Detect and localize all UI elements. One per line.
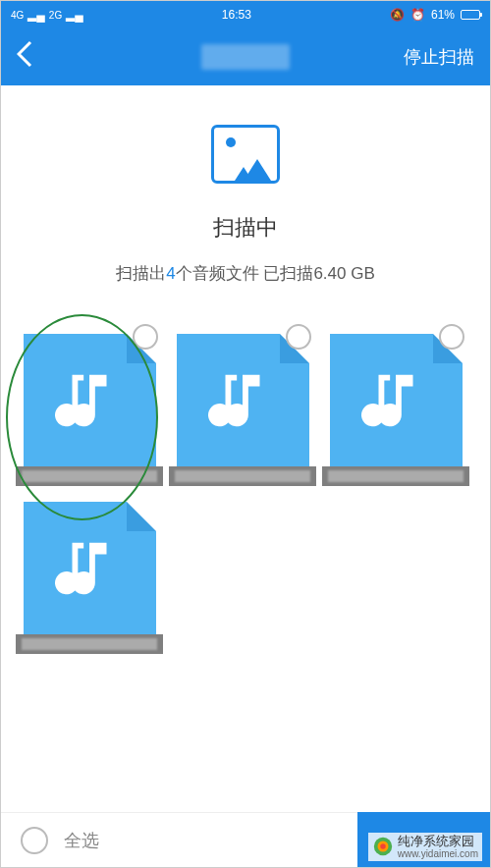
status-right: 🔕 ⏰ 61%	[390, 8, 480, 22]
watermark: 纯净系统家园 www.yidaimei.com	[368, 833, 482, 861]
status-left: 4G ▂▄ 2G ▂▄	[11, 8, 83, 22]
select-radio[interactable]	[439, 324, 464, 350]
audio-file-icon	[177, 334, 309, 466]
file-grid-row2	[1, 496, 490, 660]
page-title	[201, 44, 290, 70]
select-radio[interactable]	[133, 324, 158, 350]
music-note-icon	[361, 366, 430, 435]
svg-point-2	[380, 844, 386, 850]
alarm-icon: ⏰	[410, 8, 425, 22]
back-button[interactable]	[17, 40, 32, 75]
scan-status-panel: 扫描中 扫描出4个音频文件 已扫描6.40 GB	[1, 85, 490, 314]
watermark-name: 纯净系统家园	[398, 835, 478, 848]
file-name	[16, 466, 163, 486]
scan-size: 6.40 GB	[313, 264, 374, 283]
scan-count: 4	[166, 264, 175, 283]
music-note-icon	[55, 366, 124, 435]
signal-bars-1: ▂▄	[27, 8, 45, 22]
file-item[interactable]	[16, 334, 163, 486]
status-bar: 4G ▂▄ 2G ▂▄ 16:53 🔕 ⏰ 61%	[1, 1, 490, 28]
watermark-icon	[372, 836, 394, 857]
scan-title: 扫描中	[21, 213, 470, 243]
audio-file-icon	[24, 502, 156, 634]
status-time: 16:53	[222, 8, 251, 22]
watermark-url: www.yidaimei.com	[398, 848, 478, 859]
signal-2g: 2G	[49, 10, 62, 21]
music-note-icon	[208, 366, 277, 435]
mute-icon: 🔕	[390, 8, 405, 22]
battery-text: 61%	[431, 8, 455, 22]
select-all-radio[interactable]	[21, 827, 48, 854]
select-all-label[interactable]: 全选	[64, 829, 99, 852]
file-item[interactable]	[322, 334, 469, 486]
app-header: 停止扫描	[1, 28, 490, 85]
file-name	[322, 466, 469, 486]
select-radio[interactable]	[286, 324, 311, 350]
music-note-icon	[55, 534, 124, 603]
file-name	[169, 466, 316, 486]
audio-file-icon	[24, 334, 156, 466]
scan-mid: 个音频文件 已扫描	[176, 264, 314, 283]
stop-scan-button[interactable]: 停止扫描	[404, 45, 474, 69]
signal-4g: 4G	[11, 10, 24, 21]
file-item[interactable]	[16, 502, 163, 654]
file-name	[16, 634, 163, 654]
picture-icon	[211, 125, 280, 184]
file-item[interactable]	[169, 334, 316, 486]
battery-icon	[461, 10, 480, 20]
audio-file-icon	[330, 334, 463, 466]
file-grid	[1, 314, 490, 496]
scan-prefix: 扫描出	[116, 264, 166, 283]
scan-subtitle: 扫描出4个音频文件 已扫描6.40 GB	[21, 262, 470, 285]
signal-bars-2: ▂▄	[66, 8, 83, 22]
